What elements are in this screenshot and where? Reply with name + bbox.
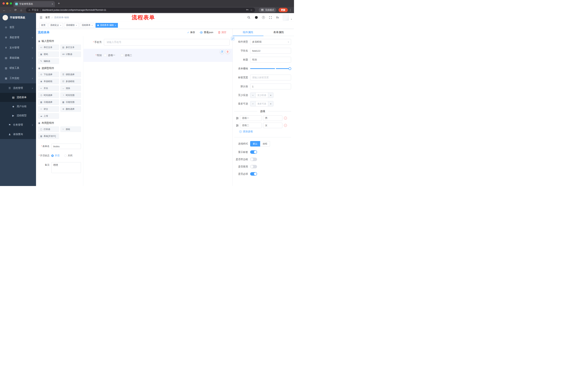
palette-item-multi-line-text[interactable]: ▤多行文本 <box>60 45 81 50</box>
home-icon[interactable]: ⌂ <box>19 9 24 12</box>
form-name-input[interactable]: biubiu <box>51 144 81 149</box>
disabled-toggle[interactable] <box>250 165 257 168</box>
palette-item-date-range[interactable]: ▩日期范围 <box>60 99 81 105</box>
browser-update-button[interactable]: 更新 <box>279 8 288 12</box>
remove-option-icon[interactable]: − <box>284 117 287 120</box>
slider-handle[interactable] <box>289 67 291 70</box>
sidebar-item-home[interactable]: ⊙ 首页 <box>0 22 36 32</box>
min-select-input[interactable]: 至少应选 <box>255 93 268 98</box>
form-canvas[interactable]: *手机号 请输入手机号 *性别 选项一 选项二 <box>84 36 232 186</box>
close-window-button[interactable] <box>2 2 5 5</box>
search-icon[interactable] <box>247 16 251 19</box>
avatar-caret-icon[interactable]: ▾ <box>291 18 292 21</box>
key-icon[interactable] <box>246 8 249 12</box>
back-icon[interactable]: ← <box>2 9 7 12</box>
sidebar-item-process-model[interactable]: ▶ 流程模型 <box>0 111 36 120</box>
gender-option-2[interactable]: 选项二 <box>121 54 132 57</box>
url-text[interactable]: dashboard.yudao.iocoder.cn/bpm/manager/f… <box>42 9 245 11</box>
security-warning-text[interactable]: 不安全 <box>32 9 39 12</box>
chip-close-icon[interactable]: × <box>76 24 77 26</box>
browser-tab[interactable]: 芋道管理系统 × <box>13 1 55 7</box>
style-button-button[interactable]: 按钮 <box>260 141 270 147</box>
drag-handle-icon[interactable] <box>236 124 239 127</box>
fullscreen-icon[interactable] <box>269 16 272 19</box>
option-2-label-input[interactable]: 选项二 <box>240 123 262 128</box>
checkbox-icon[interactable] <box>121 54 123 57</box>
sidebar-item-leave-query[interactable]: ♟ 请假查询 <box>0 130 36 139</box>
max-select-stepper[interactable]: − 最多可选 + <box>250 101 273 106</box>
label-width-input[interactable]: 请输入标签宽度 <box>250 74 291 80</box>
chip-process-definition[interactable]: 流程定义 × <box>48 23 63 28</box>
help-icon[interactable]: ? <box>262 16 265 19</box>
canvas-field-gender[interactable]: *性别 选项一 选项二 <box>84 49 232 62</box>
palette-item-radio-group[interactable]: ◉单选框组 <box>38 79 59 84</box>
default-value-input[interactable]: 1 <box>250 84 291 89</box>
chip-process-form-edit[interactable]: 流程表单-编辑 × <box>95 23 118 28</box>
palette-item-password[interactable]: ▣密码 <box>38 52 59 57</box>
save-button[interactable]: ✓ 保存 <box>187 31 195 34</box>
palette-item-button[interactable]: ☞按钮 <box>60 127 81 132</box>
palette-item-color-picker[interactable]: ⊛颜色选择 <box>60 106 81 112</box>
sidebar-item-system[interactable]: ⚙ 系统管理 ∨ <box>0 32 36 43</box>
show-label-toggle[interactable] <box>250 150 257 154</box>
user-avatar[interactable] <box>283 14 289 21</box>
palette-item-rate[interactable]: ☆评分 <box>38 106 59 112</box>
plus-icon[interactable]: + <box>268 93 273 98</box>
forward-icon[interactable]: → <box>8 9 12 12</box>
sidebar-item-task-management[interactable]: ⚑ 任务管理 ∨ <box>0 120 36 130</box>
chip-process-model[interactable]: 流程模型 × <box>64 23 79 28</box>
tab-form-props[interactable]: 表单属性 <box>263 29 294 36</box>
max-select-input[interactable]: 最多可选 <box>255 101 268 106</box>
palette-item-time-picker[interactable]: ◷时间选择 <box>38 93 59 98</box>
palette-item-cascader[interactable]: ☰级联选择 <box>60 72 81 77</box>
palette-item-upload[interactable]: ☁上传 <box>38 113 59 119</box>
clear-button[interactable]: 清空 <box>218 31 226 34</box>
chip-close-icon[interactable]: × <box>60 24 61 26</box>
chip-close-icon[interactable]: × <box>115 24 116 26</box>
maximize-window-button[interactable] <box>10 2 12 5</box>
palette-item-slider[interactable]: ↔滑块 <box>60 85 81 91</box>
status-radio-off[interactable]: 关闭 <box>64 154 73 157</box>
palette-item-date-picker[interactable]: ▦日期选择 <box>38 99 59 105</box>
sidebar-item-devtools[interactable]: ▥ 研发工具 ∨ <box>0 63 36 73</box>
component-type-select[interactable]: 多选框组 ∨ <box>250 39 291 45</box>
font-size-icon[interactable]: TT <box>276 16 279 19</box>
view-json-button[interactable]: 查看json <box>200 31 213 34</box>
copy-field-button[interactable] <box>220 50 224 54</box>
minus-icon[interactable]: − <box>250 93 255 98</box>
new-tab-button[interactable]: + <box>58 1 60 5</box>
min-select-stepper[interactable]: − 至少应选 + <box>250 93 273 98</box>
gender-option-1[interactable]: 选项一 <box>104 54 115 57</box>
palette-item-select[interactable]: ⊙下拉选择 <box>38 72 59 77</box>
github-icon[interactable] <box>254 16 258 19</box>
chip-home[interactable]: 首页 <box>39 23 47 28</box>
remark-textarea[interactable]: 嘿嘿 <box>51 162 81 173</box>
drag-handle-icon[interactable] <box>236 117 239 120</box>
sidebar-item-process-management[interactable]: ☰ 流程管理 ∧ <box>0 83 36 93</box>
link-icon[interactable] <box>231 37 234 40</box>
collapse-menu-icon[interactable]: ☰ <box>36 16 45 20</box>
browser-menu-icon[interactable]: ⋮ <box>289 8 292 12</box>
phone-input[interactable]: 请输入手机号 <box>104 39 230 45</box>
checkbox-icon[interactable] <box>104 54 106 57</box>
sidebar-item-user-group[interactable]: ☻ 用户分组 <box>0 102 36 111</box>
canvas-field-phone[interactable]: *手机号 请输入手机号 <box>86 39 230 45</box>
palette-item-switch[interactable]: ◐开关 <box>38 85 59 91</box>
bookmark-star-icon[interactable]: ☆ <box>250 9 252 11</box>
palette-item-editor[interactable]: ✎编辑器 <box>38 58 59 64</box>
window-controls[interactable] <box>2 2 12 5</box>
required-toggle[interactable] <box>250 172 257 176</box>
border-toggle[interactable] <box>250 158 257 161</box>
sidebar-item-infrastructure[interactable]: ▤ 基础设施 ∨ <box>0 53 36 63</box>
palette-item-table[interactable]: ▦表格[开发中] <box>38 133 59 139</box>
slider-track[interactable] <box>250 68 290 69</box>
sidebar-item-workflow[interactable]: ▦ 工作流程 ∧ <box>0 73 36 83</box>
option-1-label-input[interactable]: 选项一 <box>240 115 262 121</box>
option-1-value-input[interactable]: 男 <box>263 115 282 121</box>
sidebar-item-payment[interactable]: ¥ 支付管理 ∨ <box>0 43 36 53</box>
add-option-button[interactable]: + 添加选项 <box>234 130 291 133</box>
address-bar[interactable]: ⚠ 不安全 | dashboard.yudao.iocoder.cn/bpm/m… <box>26 8 255 12</box>
reload-icon[interactable]: ⟳ <box>13 8 18 12</box>
tab-component-props[interactable]: 组件属性 <box>233 29 263 36</box>
palette-item-single-line-text[interactable]: ▭单行文本 <box>38 45 59 50</box>
